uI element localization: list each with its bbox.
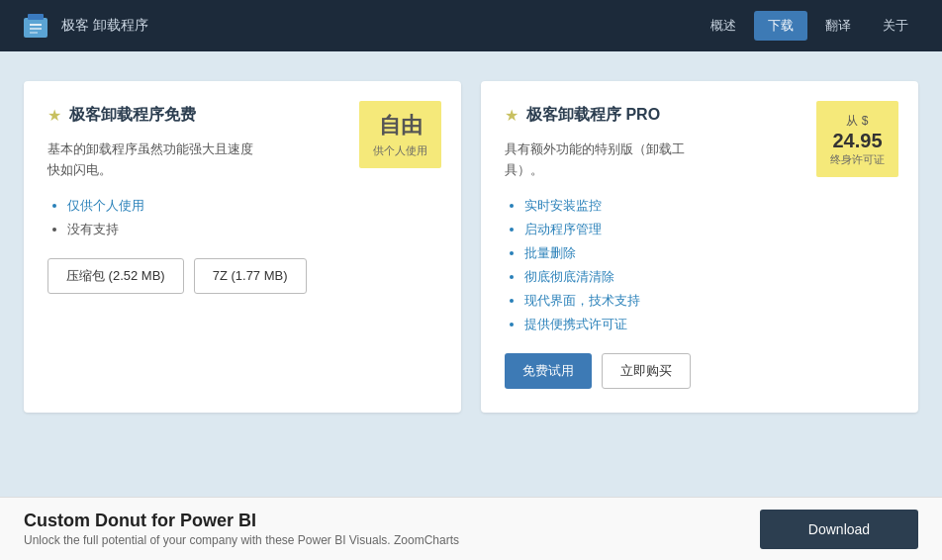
pro-card-star: ★ — [505, 106, 518, 125]
main-content: ★ 极客卸载程序免费 自由 供个人使用 基本的卸载程序虽然功能强大且速度快如闪电… — [0, 51, 942, 432]
ad-title: Custom Donut for Power BI — [24, 511, 459, 531]
buy-now-button[interactable]: 立即购买 — [602, 353, 691, 389]
list-item: 实时安装监控 — [524, 197, 895, 215]
app-title: 极客 卸载程序 — [61, 17, 148, 35]
pro-price-amount: 24.95 — [830, 130, 885, 152]
ad-bar-text: Custom Donut for Power BI Unlock the ful… — [24, 511, 459, 547]
free-price-badge: 自由 供个人使用 — [359, 101, 441, 168]
ad-bar: Custom Donut for Power BI Unlock the ful… — [0, 497, 942, 560]
pro-price-badge: 从 $24.95 终身许可证 — [816, 101, 898, 177]
free-trial-button[interactable]: 免费试用 — [505, 353, 592, 389]
list-item: 批量删除 — [524, 244, 895, 262]
ad-subtitle: Unlock the full potential of your compan… — [24, 533, 459, 547]
pro-price-note: 终身许可证 — [830, 152, 885, 167]
list-item: 没有支持 — [67, 221, 437, 238]
nav-download[interactable]: 下载 — [754, 11, 807, 41]
list-item: 提供便携式许可证 — [524, 316, 895, 333]
header-left: 极客 卸载程序 — [20, 10, 148, 42]
free-card: ★ 极客卸载程序免费 自由 供个人使用 基本的卸载程序虽然功能强大且速度快如闪电… — [24, 81, 461, 413]
pro-price-prefix: 从 $ — [846, 114, 868, 128]
free-card-actions: 压缩包 (2.52 MB) 7Z (1.77 MB) — [47, 258, 437, 294]
pro-card-title: 极客卸载程序 PRO — [526, 105, 660, 126]
list-item: 彻底彻底清清除 — [524, 268, 895, 286]
download-button[interactable]: Download — [760, 510, 918, 549]
pro-card-desc: 具有额外功能的特别版（卸载工具）。 — [505, 140, 722, 181]
nav-about[interactable]: 关于 — [869, 11, 922, 41]
free-card-desc: 基本的卸载程序虽然功能强大且速度快如闪电。 — [47, 140, 265, 181]
list-item: 启动程序管理 — [524, 221, 895, 238]
pro-feature-list: 实时安装监控 启动程序管理 批量删除 彻底彻底清清除 现代界面，技术支持 提供便… — [505, 197, 895, 333]
pro-card: ★ 极客卸载程序 PRO 从 $24.95 终身许可证 具有额外功能的特别版（卸… — [481, 81, 918, 413]
svg-rect-2 — [30, 24, 42, 26]
free-feature-list: 仅供个人使用 没有支持 — [47, 197, 437, 238]
download-7z-button[interactable]: 7Z (1.77 MB) — [194, 258, 307, 294]
free-price-sub: 供个人使用 — [373, 144, 427, 156]
main-nav: 概述 下载 翻译 关于 — [697, 11, 922, 41]
list-item: 现代界面，技术支持 — [524, 292, 895, 310]
svg-rect-3 — [30, 28, 42, 30]
pro-card-actions: 免费试用 立即购买 — [505, 353, 895, 389]
app-logo-icon — [20, 10, 51, 42]
free-card-star: ★ — [47, 106, 61, 125]
app-header: 极客 卸载程序 概述 下载 翻译 关于 — [0, 0, 942, 51]
free-price-main: 自由 — [373, 111, 427, 140]
free-card-title: 极客卸载程序免费 — [69, 105, 196, 126]
list-item: 仅供个人使用 — [67, 197, 437, 215]
svg-rect-1 — [28, 14, 44, 20]
download-zip-button[interactable]: 压缩包 (2.52 MB) — [47, 258, 184, 294]
svg-rect-4 — [30, 32, 38, 34]
nav-translate[interactable]: 翻译 — [811, 11, 865, 41]
nav-overview[interactable]: 概述 — [697, 11, 750, 41]
